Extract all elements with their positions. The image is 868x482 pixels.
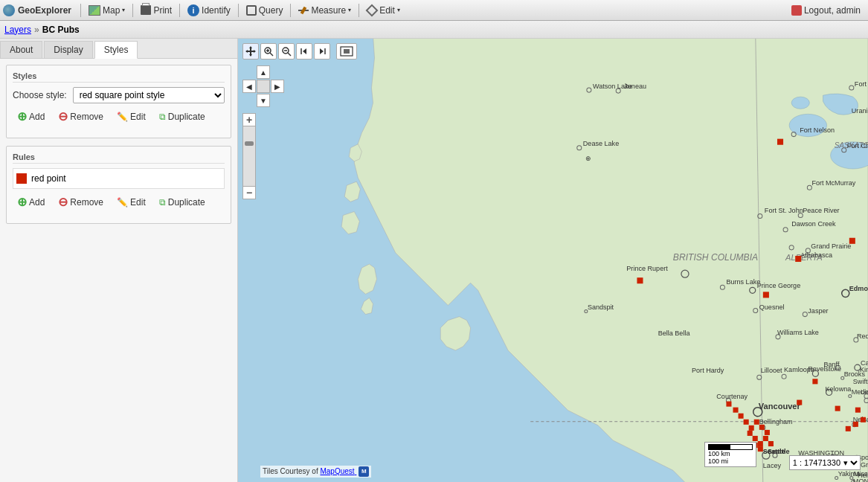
scale-seg-light [730, 444, 753, 450]
logout-button[interactable]: Logout, admin [787, 4, 865, 17]
edit-label: Edit [379, 5, 395, 16]
zoom-out-button[interactable]: − [242, 186, 256, 199]
svg-rect-129 [768, 441, 774, 446]
svg-rect-153 [344, 49, 350, 54]
zoom-box-button[interactable] [260, 43, 277, 60]
rules-remove-button[interactable]: ⊖ Remove [54, 195, 108, 210]
identify-icon: i [187, 4, 199, 16]
print-button[interactable]: Print [136, 4, 176, 17]
map-tools-group [242, 43, 357, 60]
tab-styles[interactable]: Styles [94, 41, 138, 59]
logout-label: Logout, admin [804, 5, 861, 16]
tab-bar: About Display Styles [0, 39, 237, 59]
rules-list: red point [13, 168, 225, 189]
svg-rect-109 [777, 139, 783, 145]
rules-add-icon: ⊕ [17, 196, 27, 208]
zoom-slider-track[interactable] [242, 126, 256, 186]
edit-button[interactable]: Edit ▾ [362, 4, 405, 17]
scale-graphic: 100 km 100 mi [708, 444, 753, 465]
rule-color-swatch [16, 173, 27, 184]
styles-panel: Styles Choose style: red square point st… [0, 59, 237, 482]
query-button[interactable]: Query [242, 4, 288, 17]
svg-text:Port Hardy: Port Hardy [692, 367, 724, 374]
svg-text:Jasper: Jasper [808, 307, 828, 315]
breadcrumb-layers[interactable]: Layers [4, 25, 31, 35]
rule-item[interactable]: red point [16, 172, 221, 185]
svg-rect-113 [763, 292, 769, 298]
add-icon: ⊕ [17, 111, 27, 123]
zoom-out-box-button[interactable] [278, 43, 295, 60]
remove-icon: ⊖ [58, 111, 68, 123]
rules-duplicate-button[interactable]: ⧉ Duplicate [155, 195, 210, 210]
map-button[interactable]: Map ▾ [84, 4, 129, 17]
svg-rect-118 [733, 408, 739, 413]
rules-add-button[interactable]: ⊕ Add [13, 195, 49, 210]
breadcrumb-current: BC Pubs [42, 25, 80, 35]
scale-km-label: 100 km [708, 450, 730, 457]
style-select[interactable]: red square point styledefault point styl… [73, 87, 225, 103]
svg-rect-114 [797, 400, 802, 405]
svg-text:Quesnel: Quesnel [759, 303, 785, 311]
tab-about[interactable]: About [0, 41, 42, 58]
zoom-previous-button[interactable] [296, 43, 312, 60]
mapquest-logo-icon: M [359, 466, 369, 477]
zoom-next-button[interactable] [314, 43, 330, 60]
svg-text:Bellingham: Bellingham [759, 418, 793, 425]
svg-text:Seattle: Seattle [768, 448, 790, 455]
svg-text:Helena: Helena [858, 472, 868, 479]
pan-north-button[interactable]: ▲ [257, 65, 270, 79]
scale-dropdown[interactable]: ▾ [840, 456, 860, 469]
rules-actions: ⊕ Add ⊖ Remove ✏️ Edit ⧉ Duplicate [13, 195, 225, 210]
svg-marker-139 [245, 50, 248, 53]
rules-edit-button[interactable]: ✏️ Edit [112, 195, 150, 210]
pan-south-button[interactable]: ▼ [257, 94, 270, 107]
svg-rect-136 [855, 408, 861, 413]
svg-marker-140 [254, 50, 256, 53]
zoom-slider-thumb[interactable] [245, 141, 254, 146]
mapquest-link[interactable]: MapQuest [320, 467, 356, 475]
svg-point-3 [791, 97, 809, 109]
svg-text:BRITISH COLUMBIA: BRITISH COLUMBIA [673, 252, 758, 263]
svg-line-146 [288, 53, 291, 56]
choose-style-label: Choose style: [13, 90, 67, 100]
svg-text:Grand Prairie: Grand Prairie [811, 242, 851, 250]
styles-section-header: Styles [13, 71, 225, 83]
styles-duplicate-button[interactable]: ⧉ Duplicate [155, 109, 210, 124]
map-icon [89, 5, 100, 16]
svg-rect-119 [739, 414, 744, 419]
duplicate-icon: ⧉ [159, 112, 166, 122]
breadcrumb-separator: » [34, 25, 39, 35]
styles-add-button[interactable]: ⊕ Add [13, 109, 49, 124]
styles-remove-button[interactable]: ⊖ Remove [54, 109, 108, 124]
svg-text:Banff: Banff [824, 361, 840, 368]
svg-text:Prince Rupert: Prince Rupert [626, 265, 668, 272]
svg-text:Dease Lake: Dease Lake [583, 140, 619, 147]
svg-rect-122 [754, 420, 759, 425]
svg-text:Williams Lake: Williams Lake [777, 329, 819, 336]
scale-value-label: 1 : 17471330 [790, 458, 840, 467]
full-extent-button[interactable] [336, 43, 357, 60]
svg-text:Bella Bella: Bella Bella [658, 330, 691, 337]
scale-labels: 100 km [708, 450, 753, 457]
map-container[interactable]: .land { fill: #d8e8c8; stroke: #aaa; str… [238, 39, 868, 482]
tab-display[interactable]: Display [44, 41, 92, 58]
toolbar-right: Logout, admin [787, 4, 865, 17]
app-icon [3, 4, 15, 16]
svg-rect-115 [812, 379, 817, 384]
identify-button[interactable]: i Identify [183, 3, 235, 18]
svg-rect-125 [748, 431, 753, 436]
svg-marker-150 [320, 48, 324, 54]
svg-text:Uranium City: Uranium City [852, 107, 868, 115]
measure-button[interactable]: Measure ▾ [294, 4, 356, 17]
pan-east-button[interactable]: ▶ [271, 80, 284, 93]
pan-west-button[interactable]: ◀ [242, 80, 256, 93]
map-svg: .land { fill: #d8e8c8; stroke: #aaa; str… [238, 39, 868, 482]
sep2 [132, 4, 133, 17]
pan-tool-button[interactable] [242, 43, 259, 60]
zoom-in-button[interactable]: + [242, 113, 256, 126]
svg-text:Medicine Hat: Medicine Hat [852, 388, 868, 396]
sep5 [290, 4, 291, 17]
styles-edit-button[interactable]: ✏️ Edit [112, 109, 150, 124]
styles-actions: ⊕ Add ⊖ Remove ✏️ Edit ⧉ Duplicate [13, 109, 225, 124]
svg-text:Fort McMurray: Fort McMurray [811, 179, 855, 187]
